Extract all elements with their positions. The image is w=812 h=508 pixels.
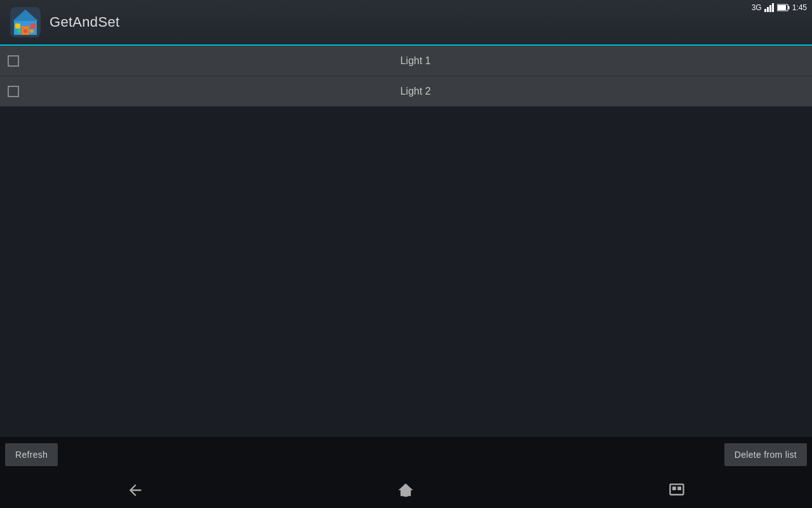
nav-bar xyxy=(0,472,812,508)
svg-rect-16 xyxy=(670,485,683,495)
recents-button[interactable] xyxy=(656,478,697,503)
list-item[interactable]: Light 1 xyxy=(0,46,812,76)
back-icon xyxy=(126,481,144,499)
svg-rect-11 xyxy=(15,23,20,29)
svg-rect-12 xyxy=(30,23,36,29)
light2-checkbox[interactable] xyxy=(8,86,19,97)
home-icon xyxy=(397,481,415,499)
svg-point-13 xyxy=(17,29,21,33)
main-content: Light 1 Light 2 xyxy=(0,46,812,437)
delete-from-list-button[interactable]: Delete from list xyxy=(724,443,807,466)
getandset-app-icon xyxy=(10,7,41,37)
back-button[interactable] xyxy=(115,478,156,503)
svg-point-15 xyxy=(30,29,34,33)
light-list: Light 1 Light 2 xyxy=(0,46,812,107)
refresh-button[interactable]: Refresh xyxy=(5,443,58,466)
app-title: GetAndSet xyxy=(50,14,119,30)
action-bar: Refresh Delete from list xyxy=(0,437,812,472)
svg-rect-17 xyxy=(672,486,676,490)
light1-label: Light 1 xyxy=(27,55,804,67)
home-button[interactable] xyxy=(385,478,426,503)
svg-point-14 xyxy=(23,29,27,33)
svg-rect-18 xyxy=(677,486,681,490)
app-bar: GetAndSet xyxy=(0,0,812,46)
light2-label: Light 2 xyxy=(27,86,804,97)
recents-icon xyxy=(668,481,686,499)
list-item[interactable]: Light 2 xyxy=(0,76,812,107)
light1-checkbox[interactable] xyxy=(8,55,19,67)
